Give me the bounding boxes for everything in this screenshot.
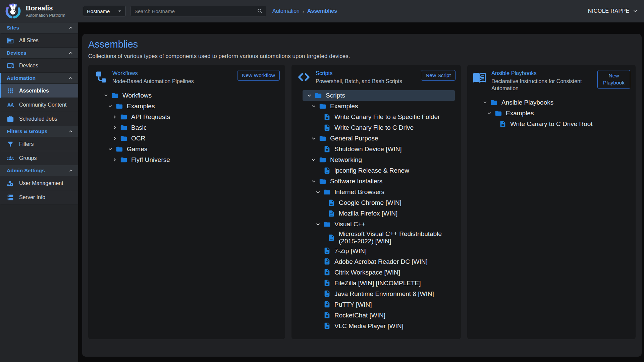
tree-folder-ansible-playbooks[interactable]: Ansible Playbooks	[478, 97, 630, 108]
sidebar-item-scheduled-jobs[interactable]: Scheduled Jobs	[0, 112, 78, 126]
search-icon[interactable]	[257, 8, 263, 14]
tree-folder-networking[interactable]: Networking	[303, 155, 455, 165]
breadcrumb-automation[interactable]: Automation	[272, 8, 300, 14]
sidebar-section-label: Admin Settings	[7, 168, 68, 174]
sidebar-item-label: User Management	[19, 180, 63, 186]
workflows-card-header: Workflows Node-Based Automation Pipeline…	[88, 70, 285, 85]
tree-file-filezilla-win-incomplete[interactable]: FileZilla [WIN] [INCOMPLETE]	[303, 278, 455, 288]
tree-file-java-runtime-environment-8-win[interactable]: Java Runtime Environment 8 [WIN]	[303, 288, 455, 299]
breadcrumb-assemblies[interactable]: Assemblies	[307, 8, 337, 14]
sidebar-item-server-info[interactable]: Server Info	[0, 190, 78, 204]
tree-folder-visual-c[interactable]: Visual C++	[303, 219, 455, 230]
devices-icon	[7, 62, 14, 69]
folder-icon	[120, 134, 128, 142]
tree-folder-examples[interactable]: Examples	[303, 101, 455, 112]
sidebar-item-all-sites[interactable]: All Sites	[0, 34, 78, 48]
scripts-card-header: Scripts Powershell, Batch, and Bash Scri…	[291, 70, 461, 85]
sidebar-item-user-management[interactable]: User Management	[0, 176, 78, 190]
tree-folder-internet-browsers[interactable]: Internet Browsers	[303, 187, 455, 197]
tree-item-label: 7-Zip [WIN]	[334, 247, 367, 255]
tree-folder-software-installers[interactable]: Software Installers	[303, 176, 455, 187]
breadcrumb-separator: ›	[303, 8, 304, 14]
sidebar-section-sites[interactable]: Sites	[0, 22, 78, 34]
tree-item-label: Microsoft Visual C++ Redistributable (20…	[339, 230, 452, 245]
search-input[interactable]	[135, 8, 257, 14]
tree-item-label: API Requests	[131, 113, 170, 121]
tree-file-google-chrome-win[interactable]: Google Chrome [WIN]	[303, 197, 455, 208]
folder-icon	[323, 220, 331, 228]
chevron-down-icon	[482, 99, 490, 106]
tree-file-mozilla-firefox-win[interactable]: Mozilla Firefox [WIN]	[303, 208, 455, 219]
sidebar-item-community-content[interactable]: Community Content	[0, 98, 78, 112]
folder-icon	[111, 92, 119, 99]
tree-folder-ocr[interactable]: OCR	[99, 133, 279, 144]
file-icon	[323, 279, 331, 287]
sidebar-item-assemblies[interactable]: Assemblies	[0, 84, 78, 98]
sidebar-section-admin-settings[interactable]: Admin Settings	[0, 165, 78, 176]
file-icon	[323, 124, 331, 131]
ansible-card-header: Ansible Playbooks Declarative Instructio…	[467, 70, 636, 92]
tree-folder-general-purpose[interactable]: General Purpose	[303, 133, 455, 144]
file-icon	[328, 199, 336, 206]
sidebar-section-devices[interactable]: Devices	[0, 48, 78, 59]
file-icon	[323, 167, 331, 174]
chevron-down-icon	[107, 103, 116, 110]
tree-file-write-canary-file-to-a-specific-folder[interactable]: Write Canary File to a Specific Folder	[303, 112, 455, 122]
chevron-up-icon	[68, 128, 74, 134]
page-description: Collections of various types of componen…	[88, 53, 636, 60]
workflows-card: Workflows Node-Based Automation Pipeline…	[88, 65, 285, 339]
tree-file-7-zip-win[interactable]: 7-Zip [WIN]	[303, 245, 455, 256]
tree-item-label: Visual C++	[334, 221, 366, 228]
new-workflow-button[interactable]: New Workflow	[237, 70, 280, 81]
tree-folder-workflows[interactable]: Workflows	[99, 90, 279, 101]
sidebar-item-groups[interactable]: Groups	[0, 151, 78, 165]
file-icon	[328, 234, 336, 241]
file-icon	[323, 322, 331, 330]
tree-folder-examples[interactable]: Examples	[478, 108, 630, 119]
sidebar-item-devices[interactable]: Devices	[0, 59, 78, 73]
tree-file-adobe-acrobat-reader-dc-win[interactable]: Adobe Acrobat Reader DC [WIN]	[303, 256, 455, 267]
tree-folder-api-requests[interactable]: API Requests	[99, 112, 279, 122]
tree-folder-examples[interactable]: Examples	[99, 101, 279, 112]
file-icon	[323, 247, 331, 255]
tree-file-shutdown-device-win[interactable]: Shutdown Device [WIN]	[303, 144, 455, 155]
tree-folder-games[interactable]: Games	[99, 144, 279, 155]
folder-icon	[120, 113, 128, 121]
tree-item-label: Citrix Workspace [WIN]	[334, 269, 400, 276]
tree-file-write-canary-to-c-drive-root[interactable]: Write Canary to C Drive Root	[478, 119, 630, 129]
tree-file-microsoft-visual-c-redistributable-2015-2022-win[interactable]: Microsoft Visual C++ Redistributable (20…	[303, 230, 455, 246]
new-script-button[interactable]: New Script	[421, 70, 455, 81]
book-icon	[473, 70, 487, 84]
tree-file-vlc-media-player-win[interactable]: VLC Media Player [WIN]	[303, 320, 455, 331]
sidebar-item-filters[interactable]: Filters	[0, 137, 78, 151]
tree-file-rocketchat-win[interactable]: RocketChat [WIN]	[303, 310, 455, 320]
tree-folder-basic[interactable]: Basic	[99, 122, 279, 133]
sidebar-item-label: Devices	[19, 63, 38, 69]
user-menu[interactable]: NICOLE RAPPE	[588, 8, 639, 14]
sidebar-section-filters-groups[interactable]: Filters & Groups	[0, 126, 78, 137]
tree-file-citrix-workspace-win[interactable]: Citrix Workspace [WIN]	[303, 267, 455, 278]
tree-item-label: Write Canary File to C Drive	[334, 124, 414, 131]
chevron-right-icon	[111, 157, 120, 163]
tree-item-label: Examples	[127, 103, 155, 110]
folder-icon	[319, 177, 327, 185]
sidebar-section-label: Filters & Groups	[7, 128, 68, 134]
folder-icon	[315, 92, 323, 99]
new-playbook-button[interactable]: New Playbook	[597, 70, 630, 89]
sidebar-section-automation[interactable]: Automation	[0, 73, 78, 84]
tree-item-label: Adobe Acrobat Reader DC [WIN]	[334, 258, 428, 265]
tree-folder-flyff-universe[interactable]: Flyff Universe	[99, 155, 279, 165]
tree-file-ipconfig-release-renew[interactable]: ipconfig Release & Renew	[303, 165, 455, 176]
tree-item-label: Mozilla Firefox [WIN]	[339, 210, 397, 217]
tree-file-putty-win[interactable]: PuTTY [WIN]	[303, 299, 455, 310]
hostname-select[interactable]: Hostname	[83, 6, 126, 16]
scripts-card-subtitle: Powershell, Batch, and Bash Scripts	[316, 78, 416, 85]
folder-icon	[319, 134, 327, 142]
tree-item-label: Software Installers	[330, 178, 382, 185]
chevron-right-icon	[111, 124, 120, 131]
tree-item-label: Basic	[131, 124, 147, 131]
tree-file-write-canary-file-to-c-drive[interactable]: Write Canary File to C Drive	[303, 122, 455, 133]
tree-item-label: Write Canary to C Drive Root	[510, 120, 593, 128]
tree-folder-scripts[interactable]: Scripts	[303, 90, 455, 101]
chevron-down-icon	[107, 146, 116, 153]
